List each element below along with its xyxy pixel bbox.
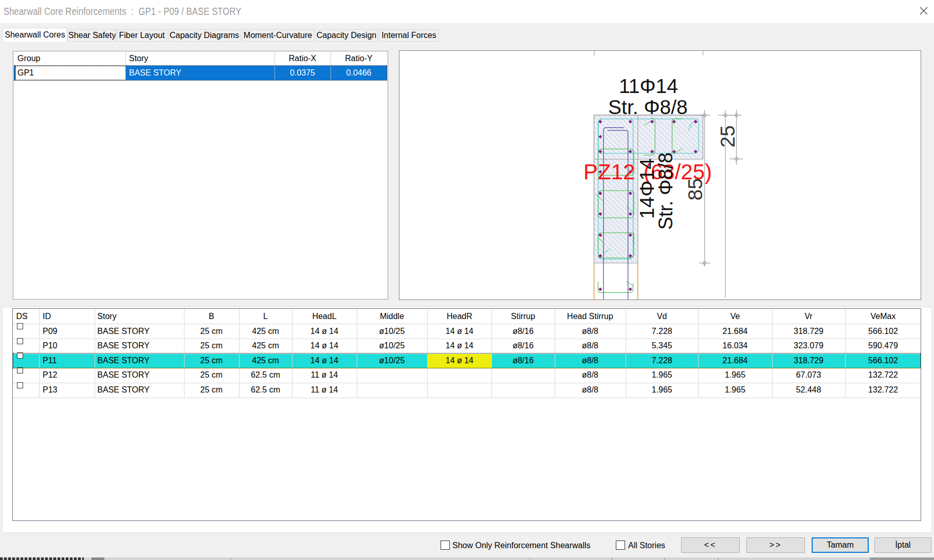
svg-text:85: 85 — [684, 178, 706, 200]
svg-text:PZ12: PZ12 — [583, 160, 635, 184]
svg-text:Str. Φ8/8: Str. Φ8/8 — [655, 153, 676, 230]
svg-text:25: 25 — [717, 125, 739, 147]
svg-text:Str. Φ8/8: Str. Φ8/8 — [608, 96, 688, 118]
svg-text:11Φ14: 11Φ14 — [619, 75, 678, 97]
